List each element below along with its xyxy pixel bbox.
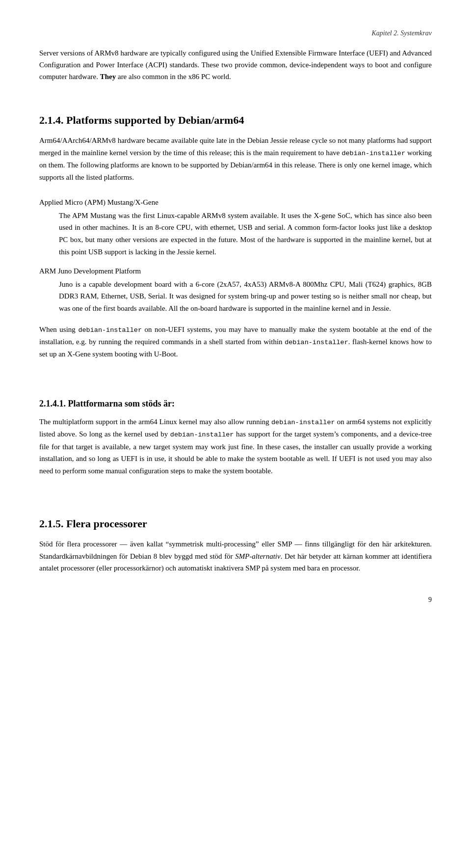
- section-214-heading: 2.1.4. Platforms supported by Debian/arm…: [39, 114, 432, 127]
- platform-juno-title: ARM Juno Development Platform: [39, 267, 432, 275]
- page-number-text: 9: [428, 596, 432, 603]
- uefi-para: When using debian-installer on non-UEFI …: [39, 324, 432, 360]
- debian-installer-code-5: debian-installer: [170, 431, 234, 438]
- smp-italic: SMP-alternativ: [235, 552, 280, 560]
- intro-text-part1: Server versions of ARMv8 hardware are ty…: [39, 49, 432, 81]
- debian-installer-code-1: debian-installer: [341, 150, 405, 157]
- chapter-header: Kapitel 2. Systemkrav: [39, 29, 432, 37]
- section-215-heading-text: 2.1.5. Flera processorer: [39, 517, 147, 530]
- section-215-heading: 2.1.5. Flera processorer: [39, 517, 432, 530]
- platform-apm-title: Applied Micro (APM) Mustang/X-Gene: [39, 198, 432, 207]
- they-highlight: They: [100, 73, 116, 81]
- section-2141-heading-text: 2.1.4.1. Plattformarna som stöds är:: [39, 399, 175, 408]
- section-2141-text1: The multiplatform support in the arm64 L…: [39, 418, 271, 426]
- section-2141-para1: The multiplatform support in the arm64 L…: [39, 416, 432, 477]
- section-214-para1: Arm64/AArch64/ARMv8 hardware became avai…: [39, 135, 432, 184]
- page-number: 9: [428, 596, 432, 604]
- debian-installer-code-2: debian-installer: [78, 326, 142, 334]
- section-2141-heading: 2.1.4.1. Plattformarna som stöds är:: [39, 399, 432, 409]
- intro-paragraph: Server versions of ARMv8 hardware are ty…: [39, 47, 432, 82]
- debian-installer-code-3: debian-installer: [285, 339, 348, 346]
- platform-apm-title-text: Applied Micro (APM) Mustang/X-Gene: [39, 198, 158, 206]
- platform-juno-desc: Juno is a capable development board with…: [39, 278, 432, 315]
- platform-juno-title-text: ARM Juno Development Platform: [39, 267, 141, 275]
- uefi-para-text1: When using: [39, 326, 78, 333]
- page: Kapitel 2. Systemkrav Server versions of…: [0, 0, 471, 619]
- platform-apm-desc: The APM Mustang was the first Linux-capa…: [39, 210, 432, 258]
- platform-apm: Applied Micro (APM) Mustang/X-Gene The A…: [39, 198, 432, 258]
- section-214-heading-text: 2.1.4. Platforms supported by Debian/arm…: [39, 114, 244, 126]
- platform-juno: ARM Juno Development Platform Juno is a …: [39, 267, 432, 315]
- chapter-header-text: Kapitel 2. Systemkrav: [372, 29, 432, 37]
- platform-apm-desc-text: The APM Mustang was the first Linux-capa…: [59, 212, 432, 256]
- platform-juno-desc-text: Juno is a capable development board with…: [59, 280, 432, 313]
- intro-text-part2: are also common in the x86 PC world.: [118, 73, 231, 81]
- section-215-para1: Stöd för flera processorer — även kallat…: [39, 538, 432, 574]
- debian-installer-code-4: debian-installer: [271, 419, 335, 426]
